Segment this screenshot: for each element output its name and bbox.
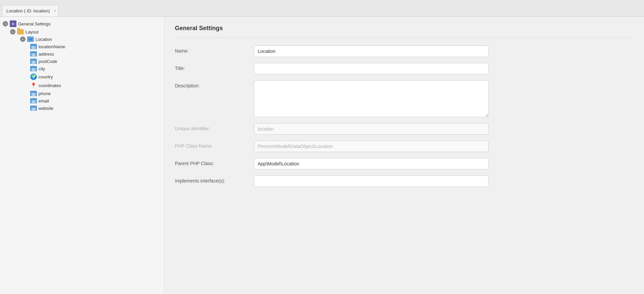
sidebar-item-coordinates[interactable]: 📍coordinates xyxy=(0,81,164,90)
label-parent-php-class: Parent PHP Class: xyxy=(175,158,249,166)
label-implements-interfaces: Implements interface(s): xyxy=(175,175,249,183)
settings-icon xyxy=(10,20,16,27)
input-title[interactable] xyxy=(254,63,489,74)
collapse-button[interactable]: − xyxy=(10,29,15,34)
form-row-name: Name: xyxy=(175,46,633,57)
collapse-button[interactable]: − xyxy=(20,36,25,42)
input-parent-php-class[interactable] xyxy=(254,158,489,169)
label-description: Description: xyxy=(175,80,249,88)
tree-item-label: General Settings xyxy=(18,21,51,26)
field-icon xyxy=(30,44,37,49)
input-unique-identifier xyxy=(254,123,489,135)
sidebar-item-general-settings[interactable]: −General Settings xyxy=(0,19,164,28)
field-icon xyxy=(30,59,37,64)
tree-item-label: website xyxy=(39,106,53,111)
location-tab[interactable]: Location ( ID: location) × xyxy=(2,5,58,16)
form-row-implements-interfaces: Implements interface(s): xyxy=(175,175,633,187)
content-panel: General Settings Name:Title:Description:… xyxy=(164,17,644,294)
tree-item-label: email xyxy=(39,98,49,103)
sidebar: −General Settings−Layout−Locationlocatio… xyxy=(0,17,164,294)
sidebar-item-postCode[interactable]: postCode xyxy=(0,58,164,65)
field-icon xyxy=(30,51,37,57)
field-icon xyxy=(30,66,37,71)
sidebar-item-locationName[interactable]: locationName xyxy=(0,43,164,50)
folder-icon xyxy=(17,29,24,34)
sidebar-item-address[interactable]: address xyxy=(0,50,164,58)
sidebar-item-website[interactable]: website xyxy=(0,104,164,112)
layout-icon xyxy=(27,36,34,42)
sidebar-item-layout[interactable]: −Layout xyxy=(0,28,164,35)
tab-bar: Location ( ID: location) × xyxy=(0,0,644,17)
sidebar-item-city[interactable]: city xyxy=(0,65,164,72)
form-row-php-class-name: PHP Class Name: xyxy=(175,141,633,152)
label-name: Name: xyxy=(175,46,249,54)
input-name[interactable] xyxy=(254,46,489,57)
tree-item-label: country xyxy=(39,74,53,79)
section-divider xyxy=(175,37,633,38)
section-title: General Settings xyxy=(175,25,633,32)
tree-item-label: Layout xyxy=(25,29,39,34)
form-fields: Name:Title:Description:Unique identifier… xyxy=(175,46,633,187)
sidebar-item-email[interactable]: email xyxy=(0,97,164,104)
pin-icon: 📍 xyxy=(30,82,37,89)
label-php-class-name: PHP Class Name: xyxy=(175,141,249,149)
label-title: Title: xyxy=(175,63,249,71)
globe-icon xyxy=(30,73,37,80)
field-icon xyxy=(30,98,37,103)
label-unique-identifier: Unique identifier: xyxy=(175,123,249,131)
form-row-unique-identifier: Unique identifier: xyxy=(175,123,633,135)
tree-item-label: postCode xyxy=(39,59,57,64)
tree-item-label: phone xyxy=(39,91,51,96)
field-icon xyxy=(30,105,37,111)
tree-item-label: coordinates xyxy=(39,83,61,88)
tree-item-label: address xyxy=(39,52,54,57)
form-row-description: Description: xyxy=(175,80,633,117)
sidebar-item-country[interactable]: country xyxy=(0,72,164,81)
form-row-title: Title: xyxy=(175,63,633,74)
sidebar-item-location-group[interactable]: −Location xyxy=(0,35,164,43)
tree-item-label: Location xyxy=(36,37,52,42)
collapse-button[interactable]: − xyxy=(3,21,8,26)
input-implements-interfaces[interactable] xyxy=(254,175,489,187)
main-layout: −General Settings−Layout−Locationlocatio… xyxy=(0,17,644,294)
tree-item-label: city xyxy=(39,66,45,71)
form-row-parent-php-class: Parent PHP Class: xyxy=(175,158,633,169)
input-description[interactable] xyxy=(254,80,489,117)
field-icon xyxy=(30,91,37,96)
input-php-class-name xyxy=(254,141,489,152)
tab-label: Location ( ID: location) xyxy=(6,8,50,13)
tab-close-button[interactable]: × xyxy=(54,9,56,13)
sidebar-item-phone[interactable]: phone xyxy=(0,90,164,97)
tree-item-label: locationName xyxy=(39,44,65,49)
